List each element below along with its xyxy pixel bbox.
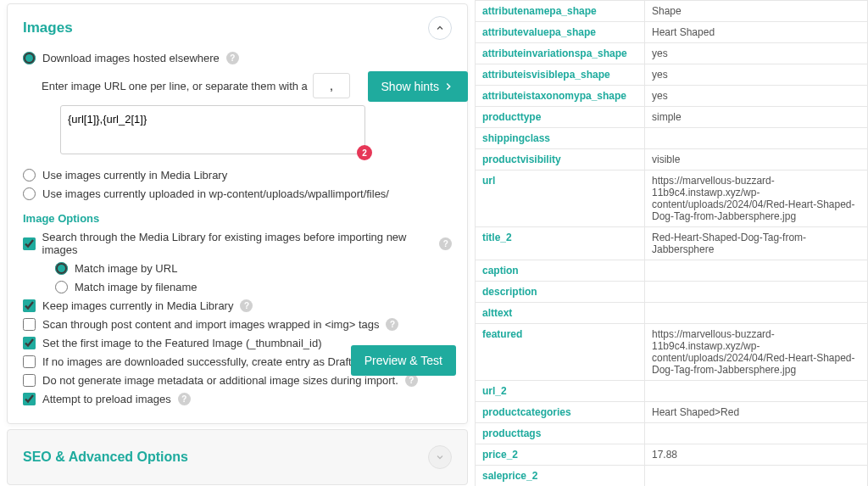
table-row: producttags <box>476 423 868 444</box>
table-row: featuredhttps://marvellous-buzzard-11b9c… <box>476 324 868 381</box>
search-media-label: Search through the Media Library for exi… <box>42 231 433 256</box>
url-textarea[interactable] <box>60 105 365 154</box>
uploads-radio[interactable] <box>23 187 36 200</box>
preload-label: Attempt to preload images <box>42 393 171 405</box>
chevron-up-icon <box>435 23 445 33</box>
field-value: 17.88 <box>645 444 868 466</box>
keep-images-label: Keep images currently in Media Library <box>42 299 233 312</box>
table-row: shippingclass <box>476 128 868 149</box>
help-icon[interactable]: ? <box>439 237 452 250</box>
table-row: caption <box>476 260 868 282</box>
uploads-label: Use images currently uploaded in wp-cont… <box>42 187 389 200</box>
field-value: visible <box>645 149 868 170</box>
field-key: saleprice_2 <box>476 466 645 487</box>
table-row: productvisibilityvisible <box>476 149 868 170</box>
field-value <box>645 381 868 402</box>
set-featured-label: Set the first image to the Featured Imag… <box>42 337 322 349</box>
field-key: url <box>476 170 645 227</box>
help-icon[interactable]: ? <box>386 318 398 331</box>
field-value: yes <box>645 64 868 86</box>
field-key: attributeistaxonomypa_shape <box>476 86 645 107</box>
field-value: Shape <box>645 1 868 22</box>
scan-post-check[interactable] <box>23 318 36 331</box>
field-key: caption <box>476 260 645 282</box>
field-key: productvisibility <box>476 149 645 170</box>
table-row: attributenamepa_shapeShape <box>476 1 868 22</box>
field-key: attributeinvariationspa_shape <box>476 43 645 64</box>
table-row: urlhttps://marvellous-buzzard-11b9c4.ins… <box>476 170 868 227</box>
field-value: https://marvellous-buzzard-11b9c4.instaw… <box>645 324 868 381</box>
field-value <box>645 423 868 444</box>
field-value: simple <box>645 107 868 128</box>
table-row: attributeisvisiblepa_shapeyes <box>476 64 868 86</box>
collapse-images-button[interactable] <box>428 16 452 40</box>
field-value <box>645 282 868 303</box>
expand-seo-button[interactable] <box>428 445 452 469</box>
draft-check[interactable] <box>23 355 36 368</box>
separator-input[interactable] <box>313 73 350 98</box>
count-badge: 2 <box>357 145 372 160</box>
table-row: attributeinvariationspa_shapeyes <box>476 43 868 64</box>
table-row: saleprice_2 <box>476 466 868 487</box>
table-row: description <box>476 282 868 303</box>
field-key: attributenamepa_shape <box>476 1 645 22</box>
field-key: url_2 <box>476 381 645 402</box>
preload-check[interactable] <box>23 393 36 405</box>
table-row: alttext <box>476 303 868 324</box>
table-row: productcategoriesHeart Shaped>Red <box>476 402 868 423</box>
field-key: alttext <box>476 303 645 324</box>
data-table: attributenamepa_shapeShapeattributevalue… <box>475 0 868 486</box>
field-key: featured <box>476 324 645 381</box>
field-value <box>645 303 868 324</box>
field-value: Heart Shaped <box>645 22 868 43</box>
chevron-right-icon <box>442 81 454 92</box>
field-key: attributeisvisiblepa_shape <box>476 64 645 86</box>
help-icon[interactable]: ? <box>226 52 239 64</box>
table-row: attributevaluepa_shapeHeart Shaped <box>476 22 868 43</box>
keep-images-check[interactable] <box>23 299 36 312</box>
preview-test-button[interactable]: Preview & Test <box>351 345 456 376</box>
match-filename-radio[interactable] <box>55 281 68 293</box>
field-value: yes <box>645 43 868 64</box>
set-featured-check[interactable] <box>23 337 36 349</box>
table-row: title_2Red-Heart-Shaped-Dog-Tag-from-Jab… <box>476 227 868 260</box>
no-metadata-check[interactable] <box>23 374 36 387</box>
scan-post-label: Scan through post content and import ima… <box>42 318 379 331</box>
seo-section[interactable]: SEO & Advanced Options <box>7 429 468 485</box>
field-value: https://marvellous-buzzard-11b9c4.instaw… <box>645 170 868 227</box>
field-key: producttags <box>476 423 645 444</box>
match-url-label: Match image by URL <box>75 262 177 275</box>
field-key: price_2 <box>476 444 645 466</box>
field-value: Red-Heart-Shaped-Dog-Tag-from-Jabbersphe… <box>645 227 868 260</box>
show-hints-button[interactable]: Show hints <box>368 71 468 102</box>
field-value: Heart Shaped>Red <box>645 402 868 423</box>
field-key: producttype <box>476 107 645 128</box>
table-row: producttypesimple <box>476 107 868 128</box>
help-icon[interactable]: ? <box>240 299 253 312</box>
field-value <box>645 466 868 487</box>
help-icon[interactable]: ? <box>405 374 418 387</box>
download-label: Download images hosted elsewhere <box>42 52 220 64</box>
field-value <box>645 260 868 282</box>
field-key: attributevaluepa_shape <box>476 22 645 43</box>
match-filename-label: Match image by filename <box>75 281 198 293</box>
field-key: description <box>476 282 645 303</box>
media-library-radio[interactable] <box>23 169 36 182</box>
field-value <box>645 128 868 149</box>
images-title: Images <box>23 20 73 36</box>
field-key: productcategories <box>476 402 645 423</box>
chevron-down-icon <box>435 452 445 462</box>
image-options-heading: Image Options <box>23 212 452 225</box>
download-radio[interactable] <box>23 52 36 64</box>
field-key: shippingclass <box>476 128 645 149</box>
draft-label: If no images are downloaded successfully… <box>42 355 354 368</box>
no-metadata-label: Do not generate image metadata or additi… <box>42 374 398 387</box>
search-media-check[interactable] <box>23 237 36 250</box>
seo-title: SEO & Advanced Options <box>23 450 188 465</box>
field-key: title_2 <box>476 227 645 260</box>
table-row: price_217.88 <box>476 444 868 466</box>
help-icon[interactable]: ? <box>178 393 191 405</box>
media-library-label: Use images currently in Media Library <box>42 169 227 182</box>
match-url-radio[interactable] <box>55 262 68 275</box>
field-value: yes <box>645 86 868 107</box>
